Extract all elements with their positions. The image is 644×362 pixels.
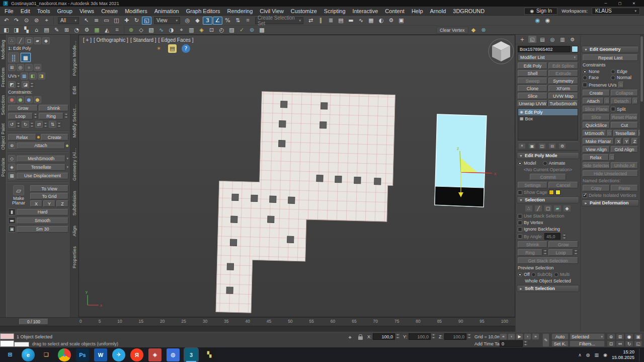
ribbon-tool-icon-1[interactable]: ⊞ (8, 64, 16, 71)
material-editor-icon[interactable]: ◐ (376, 17, 386, 25)
cancel-button[interactable]: Cancel (548, 182, 578, 188)
zoom-all-icon[interactable]: ⊞ (616, 333, 624, 340)
viewport[interactable]: z x x (78, 35, 515, 317)
attach-button[interactable]: Attach (583, 98, 604, 104)
paste-button[interactable]: Paste (611, 185, 638, 191)
uvs-label[interactable]: UVs (8, 74, 17, 79)
cage-color-swatch[interactable] (549, 190, 554, 195)
ribbon-tool-icon-3[interactable]: ⌗ (25, 64, 33, 71)
toolbar2-icon-1[interactable]: ◧ (2, 26, 11, 34)
hide-unselected-button[interactable]: Hide Unselected (583, 170, 638, 177)
rectangular-selection-icon[interactable]: ▭ (102, 17, 111, 25)
relax-button[interactable]: Relax (583, 154, 609, 161)
reference-coordinate-dropdown[interactable]: View▾ (154, 17, 180, 24)
selection-lock-icon[interactable] (358, 336, 363, 340)
make-unique-icon[interactable]: ◫ (538, 143, 546, 149)
preview-subobj-radio[interactable] (531, 272, 536, 277)
angle-snap-icon[interactable]: ∠ (213, 17, 222, 25)
ribbon-section-title[interactable]: Polygon Mode... (72, 41, 77, 76)
visibility-icon[interactable]: ◉ (520, 110, 523, 114)
schematic-view-icon[interactable]: ▦ (366, 17, 376, 25)
clear-vertex-button[interactable]: Clear Vertex (436, 27, 468, 34)
ribbon-toggle-icon[interactable]: ▬ (346, 17, 356, 25)
repeat-last-button[interactable]: Repeat Last (583, 54, 638, 61)
spinner[interactable]: ▲▼ (16, 82, 21, 88)
msmooth-options-button[interactable]: □ (607, 130, 612, 136)
ribbon-tab[interactable]: Selection (1, 95, 6, 115)
viewcube[interactable] (489, 39, 514, 64)
tray-shield-icon[interactable]: ◉ (603, 352, 607, 357)
taskbar-app-red-icon[interactable]: ◈ (148, 348, 162, 361)
select-and-manipulate-icon[interactable]: ◆ (193, 17, 202, 25)
grow-button[interactable]: Grow (8, 105, 38, 111)
modifier-edit-poly-button[interactable]: Edit Poly (518, 62, 547, 69)
current-frame-field[interactable]: 0 (500, 340, 523, 347)
loop-button[interactable]: Loop (8, 113, 33, 119)
taskbar-word-icon[interactable]: W (94, 348, 107, 361)
planar-y-button[interactable]: Y (43, 200, 55, 207)
create-tab[interactable]: + (518, 36, 526, 43)
modifier-list-dropdown[interactable]: Modifier List▾ (518, 54, 578, 61)
viewport-notes-icon[interactable]: ▤ (168, 44, 177, 53)
ribbon-section-title[interactable]: Edit (72, 86, 77, 95)
ribbon-tool-icon-4[interactable]: ▭ (34, 64, 41, 71)
modifier-edit-spline-button[interactable]: Edit Spline (548, 62, 578, 69)
toolbar2-icon-25[interactable]: ⊚ (247, 26, 257, 34)
toolbar2-icon-19[interactable]: ▥ (187, 26, 196, 34)
show-end-result-icon[interactable]: ▣ (528, 143, 536, 149)
mini-spin-icon[interactable]: ⇄ (35, 121, 43, 128)
taskbar-telegram-icon[interactable]: ✈ (112, 348, 125, 361)
menu-item[interactable]: Scripting (320, 7, 349, 15)
angle-field[interactable]: 45,0 (544, 233, 560, 240)
maxscript-mini-listener-white[interactable] (0, 340, 14, 347)
cage-selected-color-swatch[interactable] (555, 190, 560, 195)
slice-plane-button[interactable]: Slice Plane (583, 106, 610, 112)
sign-in-button[interactable]: ◉ Sign In (524, 8, 557, 15)
taskbar-clock[interactable]: 15:20 15.08.2025 (612, 349, 634, 360)
utilities-tab[interactable]: ⚙ (569, 36, 577, 43)
use-stack-selection-checkbox[interactable] (518, 214, 522, 219)
edit-named-selection-sets-icon[interactable]: ⌗ (243, 17, 253, 25)
select-by-name-icon[interactable]: ≡ (92, 17, 101, 25)
planar-x-button[interactable]: X (615, 138, 622, 144)
sm30-button[interactable]: Sm 30 (17, 226, 68, 233)
panel-scrollbar[interactable] (640, 35, 644, 332)
spinner[interactable]: ▲▼ (431, 333, 436, 339)
stack-row-box[interactable]: ▦ Box (518, 115, 578, 122)
ribbon-tab[interactable]: Object Paint (1, 123, 6, 150)
render-production-icon[interactable]: ◉ (533, 17, 542, 25)
show-desktop-button[interactable] (639, 348, 641, 361)
use-center-icon[interactable]: ◎ (183, 17, 192, 25)
maximize-viewport-icon[interactable]: ◱ (634, 340, 642, 347)
display-tab[interactable]: ▥ (558, 36, 567, 43)
spinner[interactable]: ▲▼ (543, 249, 547, 256)
spin-widget-icon[interactable]: ◩ (8, 81, 16, 88)
toolbar2-icon-5[interactable]: ▤ (42, 26, 51, 34)
to-view-button[interactable]: To View (30, 185, 68, 192)
planar-z-button[interactable]: Z (56, 200, 68, 207)
toolbar2-icon-23[interactable]: ▨ (227, 26, 236, 34)
spinner[interactable]: ▲▼ (43, 122, 48, 127)
modifier-clone-button[interactable]: Clone (518, 85, 547, 92)
to-grid-button[interactable]: To Grid (30, 193, 68, 199)
soft-selection-rollout-header[interactable]: ►Soft Selection (517, 285, 579, 292)
cut-button[interactable]: Cut (611, 122, 638, 128)
time-slider[interactable]: 0 / 100 (19, 319, 48, 325)
snaps-toggle-icon[interactable]: 3 (203, 17, 212, 25)
stack-row-edit-poly[interactable]: ◉ Edit Poly (518, 109, 578, 115)
meshsmooth-button[interactable]: MeshSmooth (17, 156, 65, 162)
spinner[interactable]: ▲▼ (57, 122, 61, 127)
spinner[interactable]: ▲▼ (574, 249, 578, 256)
viewport-menu-item[interactable]: [ Orthographic ] (94, 37, 128, 43)
configure-modifier-sets-icon[interactable]: ⚙ (558, 143, 566, 149)
make-planar-button[interactable]: Make Planar (583, 138, 614, 144)
zoom-region-icon[interactable]: ⊡ (607, 340, 615, 347)
show-cage-checkbox[interactable] (518, 190, 522, 195)
visibility-icon[interactable]: ▦ (520, 116, 524, 121)
shrink-button[interactable]: Shrink (39, 105, 68, 111)
start-button[interactable]: ⊞ (4, 348, 17, 361)
menu-item[interactable]: Views (76, 7, 98, 15)
paint-deformation-rollout-header[interactable]: ►Paint Deformation (582, 199, 639, 206)
render-setup-icon[interactable]: ⚙ (386, 17, 396, 25)
toolbar2-icon-6[interactable]: ✎ (52, 26, 61, 34)
